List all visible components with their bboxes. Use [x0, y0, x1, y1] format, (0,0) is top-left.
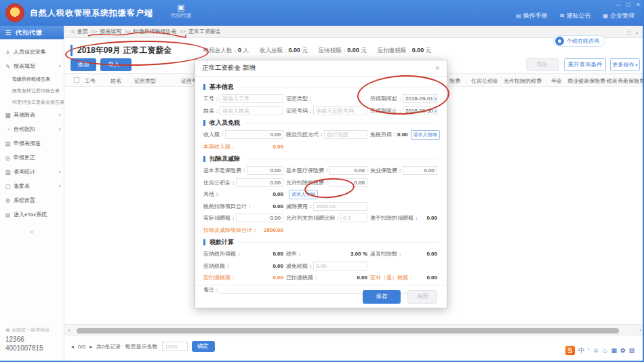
section-basic-heading: 基本信息 [209, 83, 234, 92]
sidebar-item-withholding-tax-report[interactable]: 扣缴所得税报告表 [0, 73, 64, 85]
donation-ratio-input[interactable]: 0.3 [340, 214, 367, 222]
close-button[interactable]: × [637, 1, 640, 8]
chevron-down-icon: ▾ [635, 62, 637, 67]
total-records: 共0条记录 [96, 343, 121, 350]
ime-punct-icon[interactable]: ’ [588, 347, 589, 354]
sidebar-item-declaration-correct[interactable]: ◎ 申报更正 [0, 150, 64, 165]
export-button[interactable]: 导出 [526, 58, 559, 71]
name-input[interactable]: 请输入姓名 [220, 106, 283, 115]
ime-keyboard-icon[interactable]: ▦ [611, 347, 617, 354]
donation-input[interactable]: 0.00 [236, 214, 283, 222]
search-icon: ◎ [5, 155, 11, 161]
sidebar-item-personnel[interactable]: ♙ 人员信息采集 [0, 45, 64, 59]
col-emp-no: 工号 [85, 77, 96, 85]
minimize-button[interactable]: ─ [616, 1, 620, 8]
dropdown-icon: ▾ [433, 108, 438, 114]
home-icon: ⌂ [71, 28, 75, 35]
add-button[interactable]: 添加 [71, 58, 96, 71]
medical-input[interactable]: 0.00 [329, 166, 367, 175]
more-actions-button[interactable]: 更多操作 ▾ [610, 58, 640, 71]
col-deferred-pension: 税延养老保险费 [607, 77, 644, 85]
nav-manual[interactable]: ▤ 操作手册 [516, 12, 548, 20]
cert-no-input[interactable]: 请输入证照号码 [313, 106, 367, 115]
file-icon: ▢ [5, 183, 11, 190]
hotline: ☎ 全国统一咨询热线 12366 4001007815 [5, 327, 49, 353]
breadcrumb-home[interactable]: 首页 [77, 28, 88, 35]
horizontal-scrollbar: ‹ › [64, 324, 644, 336]
nav-notice[interactable]: ✉ 通知公告 [560, 12, 591, 20]
manual-icon: ▤ [516, 13, 521, 19]
emp-no-input[interactable]: 请输入工号 [220, 94, 283, 103]
per-page-confirm-button[interactable]: 确定 [192, 341, 215, 352]
panel-restore-icon[interactable]: □ [627, 30, 630, 36]
import-button[interactable]: 导入 ▾ [100, 58, 132, 71]
ime-logo[interactable]: S [565, 346, 575, 355]
add-salary-modal: 正常工资薪金 新增 ✕ 基本信息 工号： 请输入工号 证照类型： 所得期间起： … [195, 60, 447, 308]
ime-voice-icon[interactable]: ♨ [602, 347, 607, 354]
col-housing-fund: 住房公积金 [471, 77, 498, 85]
housing-fund-input[interactable]: 0.00 [236, 178, 283, 187]
sidebar-item-query-stats[interactable]: ▥ 查询统计 ▾ [0, 165, 64, 179]
titlebar: 自然人税收管理系统扣缴客户端 ▣ 代扣代缴 ─ □ × ▤ 操作手册 ✉ 通知公… [0, 0, 644, 26]
sidebar-item-system-settings[interactable]: ⚙ 系统设置 [0, 193, 64, 207]
unemployment-input[interactable]: 0.00 [403, 166, 437, 175]
sidebar-item-etax[interactable]: ◍ 进入eTax系统 [0, 207, 64, 222]
online-consult-button[interactable]: ☻ 个税在线咨询 [553, 35, 605, 47]
expense-deduction-input[interactable]: 3500.00 [313, 202, 367, 211]
sidebar-item-declaration-submit[interactable]: ▤ 申报表报送 [0, 136, 64, 150]
tax-reduction-input[interactable]: 0.00 [313, 262, 367, 270]
modal-close-button[interactable]: 关闭 [407, 290, 437, 304]
expand-query-button[interactable]: 展开查询条件 [564, 58, 606, 71]
income-input[interactable]: 0.00 [225, 130, 283, 139]
scrollbar-thumb[interactable] [77, 328, 619, 334]
ime-skin-icon[interactable]: ✿ [620, 347, 626, 354]
chevron-down-icon: ▾ [58, 113, 61, 118]
sidebar-collapse-button[interactable]: « [26, 228, 38, 235]
company-icon: ▦ [603, 13, 608, 19]
sidebar-header-label: 代扣代缴 [16, 28, 43, 37]
page-next-icon[interactable]: ▸ [89, 344, 92, 350]
sidebar-item-record-form[interactable]: ▢ 备案表 ▾ [0, 179, 64, 193]
section-deduct-heading: 扣除及减除 [209, 155, 240, 163]
allowed-taxes-input[interactable]: 0.00 [329, 178, 367, 187]
panel-close-icon[interactable]: × [635, 30, 639, 36]
scroll-right-icon[interactable]: › [639, 327, 641, 334]
pension-input[interactable]: 0.00 [247, 166, 283, 175]
sidebar-header: ☰ 代扣代缴 [0, 26, 64, 39]
ime-toolbox-icon[interactable]: ▧ [628, 347, 635, 354]
per-page-label: 每页显示条数 [125, 343, 158, 350]
sidebar-item-special-industry[interactable]: 特定行业工资薪金报告表 [0, 96, 64, 108]
page-prev-icon[interactable]: ◂ [71, 344, 74, 350]
clock-icon: ◔ [5, 126, 11, 133]
period-end-select[interactable]: 2018-09-30▾ [403, 106, 437, 115]
ime-lang-icon[interactable]: 中 [578, 346, 584, 355]
taxfree-detail-button[interactable]: 请录入明细 [411, 130, 440, 140]
grid-icon: ▦ [5, 112, 11, 119]
module-badge[interactable]: ▣ 代扣代缴 [171, 3, 191, 19]
per-page-input[interactable]: 1000 [162, 342, 188, 351]
chevron-down-icon: ▾ [58, 184, 61, 189]
sidebar-item-auto-deduct[interactable]: ◔ 自动批扣 ▾ [0, 122, 64, 136]
breadcrumb-report-fill[interactable]: 报表填写 [100, 28, 121, 35]
breadcrumb-withholding-report[interactable]: 扣缴所得税报告表 [134, 28, 177, 35]
ime-emoji-icon[interactable]: ☺ [592, 347, 599, 354]
stats-icon: ▥ [5, 169, 11, 176]
phone-icon: ☎ [5, 327, 10, 332]
hamburger-icon[interactable]: ☰ [5, 29, 12, 36]
modal-title: 正常工资薪金 新增 [202, 64, 256, 73]
sidebar-item-other-schedules[interactable]: ▦ 其他附表 ▾ [0, 108, 64, 122]
dropdown-icon: ▾ [433, 96, 438, 102]
maximize-button[interactable]: □ [626, 1, 630, 8]
select-all-checkbox[interactable] [74, 77, 79, 83]
other-detail-button[interactable]: 请录入明细 [289, 190, 318, 199]
period-start-select[interactable]: 2018-09-01▾ [403, 94, 437, 103]
gear-icon: ⚙ [5, 197, 11, 204]
save-button[interactable]: 保存 [363, 290, 401, 304]
nav-company[interactable]: ▦ 企业管理 [603, 12, 635, 20]
modal-close-icon[interactable]: ✕ [435, 65, 440, 72]
sidebar-item-report-fill[interactable]: ✎ 报表填写 ▾ [0, 59, 64, 73]
sidebar-item-restricted-shares[interactable]: 限售股转让所得报告表 [0, 85, 64, 96]
scroll-left-icon[interactable]: ‹ [68, 327, 71, 334]
burden-select[interactable]: 自行负担 [324, 130, 367, 139]
col-insurance: 险费 [449, 77, 460, 85]
